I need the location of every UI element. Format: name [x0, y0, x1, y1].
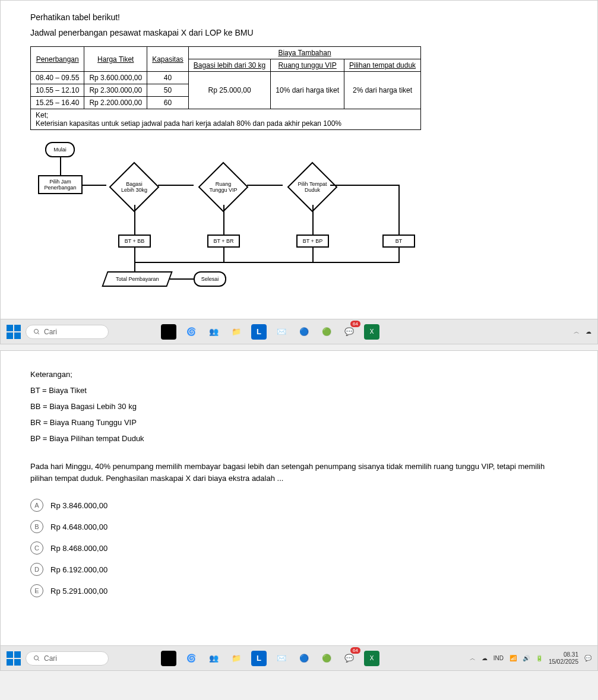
tray-cloud-icon[interactable]: ☁: [586, 328, 591, 335]
cell-ruang: 10% dari harga tiket: [271, 72, 344, 109]
cell-time-0: 08.40 – 09.55: [31, 72, 84, 84]
legend-br: BR = Biaya Ruang Tunggu VIP: [30, 418, 568, 427]
tray-chevron-up-icon[interactable]: ︿: [470, 654, 476, 663]
task-icon-teams[interactable]: 👥: [206, 651, 222, 666]
cell-time-2: 15.25 – 16.40: [31, 97, 84, 109]
question-text: Pada hari Minggu, 40% penumpang memilih …: [30, 461, 568, 484]
tray-datetime[interactable]: 08.31 15/02/2025: [549, 651, 578, 666]
bottom-screen: Keterangan; BT = Biaya Tiket BB = Biaya …: [0, 350, 598, 671]
task-icon-excel[interactable]: X: [364, 651, 379, 666]
fc-bt-br: BT + BR: [207, 235, 240, 248]
tray-battery-icon[interactable]: 🔋: [536, 655, 543, 661]
th-harga: Harga Tiket: [84, 47, 147, 72]
th-ruang: Ruang tunggu VIP: [271, 59, 344, 72]
schedule-table: Penerbangan Harga Tiket Kapasitas Biaya …: [30, 46, 421, 130]
option-b[interactable]: B Rp 4.648.000,00: [30, 520, 568, 533]
task-icon-explorer[interactable]: 📁: [229, 324, 244, 340]
task-icon-l[interactable]: L: [251, 324, 267, 340]
fc-bt-bp: BT + BP: [296, 235, 329, 248]
th-biaya: Biaya Tambahan: [188, 47, 420, 59]
option-circle-d: D: [30, 563, 43, 576]
legend-bb: BB = Biaya Bagasi Lebih 30 kg: [30, 402, 568, 411]
flowchart: Mulai Pilih Jam Penerbangan Bagasi Lebih…: [36, 142, 452, 308]
task-icon-edge[interactable]: 🔵: [296, 324, 312, 340]
tray-chevron-up-icon[interactable]: ︿: [574, 328, 580, 336]
task-icon-widgets[interactable]: [161, 651, 176, 666]
search-box[interactable]: Cari: [26, 325, 109, 339]
task-icon-excel[interactable]: X: [364, 324, 379, 340]
task-icon-copilot[interactable]: 🌀: [183, 324, 199, 340]
option-d[interactable]: D Rp 6.192.000,00: [30, 563, 568, 576]
task-icon-mail[interactable]: ✉️: [274, 324, 289, 340]
legend-bp: BP = Biaya Pilihan tempat Duduk: [30, 434, 568, 443]
cell-cap-1: 50: [147, 84, 189, 97]
task-icon-whatsapp[interactable]: 💬: [341, 324, 357, 340]
option-c[interactable]: C Rp 8.468.000,00: [30, 541, 568, 555]
task-icon-teams[interactable]: 👥: [206, 324, 222, 340]
subtitle: Jadwal penerbangan pesawat maskapai X da…: [30, 28, 568, 37]
cell-cap-0: 40: [147, 72, 189, 84]
task-icon-edge[interactable]: 🔵: [296, 651, 312, 666]
option-circle-c: C: [30, 541, 43, 555]
cell-time-1: 10.55 – 12.10: [31, 84, 84, 97]
svg-line-3: [38, 659, 40, 661]
fc-pilih-jam: Pilih Jam Penerbangan: [38, 175, 83, 194]
task-icon-mail[interactable]: ✉️: [274, 651, 289, 666]
th-kapasitas: Kapasitas: [147, 47, 189, 72]
start-icon[interactable]: [7, 325, 21, 339]
cell-cap-2: 60: [147, 97, 189, 109]
taskbar-top: Cari 🌀 👥 📁 L ✉️ 🔵 🟢 💬 X ︿ ☁: [1, 319, 597, 344]
cell-tempat: 2% dari harga tiket: [344, 72, 421, 109]
task-icon-chrome[interactable]: 🟢: [319, 651, 334, 666]
tray-volume-icon[interactable]: 🔊: [523, 655, 530, 661]
fc-bt-bb: BT + BB: [118, 235, 151, 248]
task-icon-l[interactable]: L: [251, 651, 267, 666]
legend-title: Keterangan;: [30, 370, 568, 379]
task-icon-copilot[interactable]: 🌀: [183, 651, 199, 666]
task-icon-explorer[interactable]: 📁: [229, 651, 244, 666]
th-bagasi: Bagasi lebih dari 30 kg: [188, 59, 270, 72]
fc-bt: BT: [382, 235, 415, 248]
option-circle-b: B: [30, 520, 43, 533]
svg-point-2: [34, 655, 39, 660]
tray-notifications-icon[interactable]: 💬: [584, 655, 591, 661]
cell-price-1: Rp 2.300.000,00: [84, 84, 147, 97]
system-tray: ︿ ☁ IND 📶 🔊 🔋 08.31 15/02/2025 💬: [470, 651, 591, 666]
fc-total: Total Pembayaran: [102, 271, 172, 287]
ket-text: Keterisian kapasitas untuk setiap jadwal…: [36, 119, 341, 128]
option-circle-a: A: [30, 499, 43, 512]
option-a[interactable]: A Rp 3.846.000,00: [30, 499, 568, 512]
search-icon: [33, 655, 40, 662]
search-box[interactable]: Cari: [26, 651, 109, 666]
legend-bt: BT = Biaya Tiket: [30, 386, 568, 395]
tray-cloud-icon[interactable]: ☁: [482, 655, 488, 661]
ket-label: Ket;: [36, 111, 48, 119]
cell-price-0: Rp 3.600.000,00: [84, 72, 147, 84]
svg-line-1: [38, 332, 40, 334]
fc-mulai: Mulai: [45, 142, 75, 157]
taskbar-bottom: Cari 🌀 👥 📁 L ✉️ 🔵 🟢 💬 X ︿ ☁ IND 📶 🔊 🔋 08…: [1, 645, 597, 670]
legend-section: Keterangan; BT = Biaya Tiket BB = Biaya …: [30, 370, 568, 443]
task-icon-widgets[interactable]: [161, 324, 176, 340]
tray-language[interactable]: IND: [493, 655, 504, 661]
fc-selesai: Selesai: [194, 271, 226, 287]
th-tempat: Pilihan tempat duduk: [344, 59, 421, 72]
th-penerbangan: Penerbangan: [31, 47, 84, 72]
cell-bagasi: Rp 25.000,00: [188, 72, 270, 109]
svg-point-0: [34, 329, 39, 333]
tray-wifi-icon[interactable]: 📶: [510, 655, 517, 661]
search-icon: [33, 328, 40, 335]
start-icon[interactable]: [7, 651, 21, 666]
option-circle-e: E: [30, 584, 43, 597]
task-icon-chrome[interactable]: 🟢: [319, 324, 334, 340]
cell-price-2: Rp 2.200.000,00: [84, 97, 147, 109]
top-screen: Perhatikan tabel berikut! Jadwal penerba…: [0, 0, 598, 344]
task-icon-whatsapp[interactable]: 💬: [341, 651, 357, 666]
option-e[interactable]: E Rp 5.291.000,00: [30, 584, 568, 597]
intro-text: Perhatikan tabel berikut!: [30, 12, 568, 22]
